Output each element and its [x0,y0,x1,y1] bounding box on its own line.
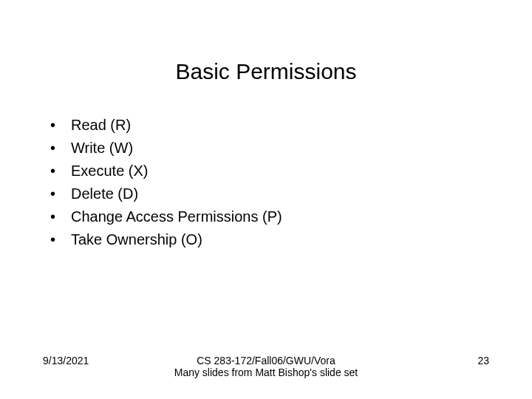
bullet-icon: • [50,114,55,137]
list-item: • Take Ownership (O) [50,228,532,251]
footer-course-info: CS 283-172/Fall06/GWU/Vora Many slides f… [132,355,400,378]
list-item: • Execute (X) [50,160,532,183]
slide-title: Basic Permissions [0,0,532,114]
list-item: • Read (R) [50,114,532,137]
footer-page-number: 23 [400,355,489,366]
list-item: • Delete (D) [50,183,532,205]
bullet-icon: • [50,205,55,228]
list-item-text: Read (R) [71,117,131,133]
slide-footer: 9/13/2021 CS 283-172/Fall06/GWU/Vora Man… [0,355,532,378]
list-item-text: Take Ownership (O) [71,231,202,248]
bullet-icon: • [50,160,55,183]
footer-center-line1: CS 283-172/Fall06/GWU/Vora [132,355,400,366]
list-item: • Change Access Permissions (P) [50,205,532,228]
list-item: • Write (W) [50,137,532,160]
footer-center-line2: Many slides from Matt Bishop's slide set [132,366,400,378]
list-item-text: Change Access Permissions (P) [71,208,282,225]
permission-list: • Read (R) • Write (W) • Execute (X) • D… [0,114,532,251]
bullet-icon: • [50,183,55,205]
bullet-icon: • [50,137,55,160]
list-item-text: Execute (X) [71,163,148,179]
list-item-text: Delete (D) [71,185,138,202]
bullet-icon: • [50,228,55,251]
list-item-text: Write (W) [71,140,133,156]
footer-date: 9/13/2021 [43,355,132,366]
